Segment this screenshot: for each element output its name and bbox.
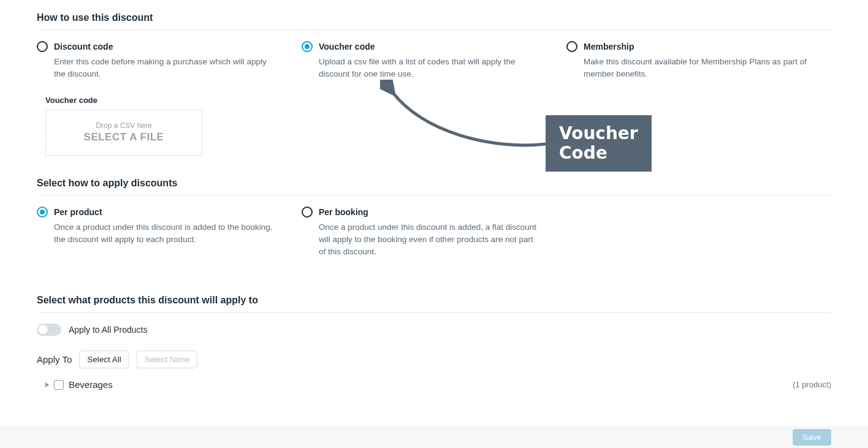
select-all-button[interactable]: Select All (79, 351, 129, 368)
radio-option-per-product: Per product Once a product under this di… (37, 207, 302, 259)
radio-voucher-code[interactable]: Voucher code (302, 41, 542, 52)
dropzone-action: SELECT A FILE (84, 131, 164, 143)
divider (37, 195, 831, 196)
apply-all-toggle-label: Apply to All Products (69, 325, 147, 335)
csv-dropzone[interactable]: Drop a CSV here SELECT A FILE (45, 110, 202, 156)
radio-label: Per product (54, 207, 102, 217)
product-count: (1 product) (793, 380, 831, 389)
radio-discount-code[interactable]: Discount code (37, 41, 277, 52)
divider (37, 29, 831, 30)
apply-all-toggle-row: Apply to All Products (37, 324, 831, 336)
annotation-callout: Voucher Code (546, 115, 652, 172)
product-tree-row: Beverages (1 product) (37, 379, 831, 390)
voucher-upload-section: Voucher code Drop a CSV here SELECT A FI… (45, 96, 831, 156)
apply-all-toggle[interactable] (37, 324, 61, 336)
radio-per-booking[interactable]: Per booking (302, 207, 542, 218)
dropzone-hint: Drop a CSV here (96, 121, 151, 130)
radio-description: Once a product under this discount is ad… (302, 221, 542, 259)
radio-option-voucher-code: Voucher code Upload a csv file with a li… (302, 41, 566, 81)
apply-to-controls: Apply To Select All Select None (37, 351, 831, 368)
radio-description: Enter this code before making a purchase… (37, 56, 277, 81)
apply-to-label: Apply To (37, 354, 72, 365)
radio-option-per-booking: Per booking Once a product under this di… (302, 207, 566, 259)
product-category-label: Beverages (69, 379, 113, 390)
divider (37, 312, 831, 313)
radio-description: Once a product under this discount is ad… (37, 221, 277, 246)
radio-label: Membership (584, 42, 634, 51)
radio-icon (37, 41, 48, 52)
section-title-apply-method: Select how to apply discounts (37, 178, 831, 189)
callout-line2: Code (559, 143, 638, 163)
section-title-products: Select what products this discount will … (37, 295, 831, 306)
radio-description: Upload a csv file with a list of codes t… (302, 56, 542, 81)
product-checkbox[interactable] (54, 380, 64, 390)
expand-icon[interactable] (45, 382, 49, 387)
footer-bar: Save (0, 426, 868, 448)
radio-icon (566, 41, 577, 52)
radio-per-product[interactable]: Per product (37, 207, 277, 218)
radio-label: Discount code (54, 42, 113, 51)
radio-description: Make this discount available for Members… (566, 56, 807, 81)
radio-icon (302, 207, 313, 218)
usage-radio-group: Discount code Enter this code before mak… (37, 41, 831, 81)
save-button[interactable]: Save (793, 429, 831, 446)
select-none-button[interactable]: Select None (137, 351, 198, 368)
radio-membership[interactable]: Membership (566, 41, 807, 52)
upload-field-label: Voucher code (45, 96, 831, 105)
radio-option-discount-code: Discount code Enter this code before mak… (37, 41, 302, 81)
radio-option-membership: Membership Make this discount available … (566, 41, 831, 81)
radio-icon (302, 41, 313, 52)
radio-label: Per booking (319, 207, 368, 217)
radio-label: Voucher code (319, 42, 375, 51)
callout-line1: Voucher (559, 124, 638, 143)
apply-method-radio-group: Per product Once a product under this di… (37, 207, 831, 259)
radio-icon (37, 207, 48, 218)
section-title-usage: How to use this discount (37, 12, 831, 23)
